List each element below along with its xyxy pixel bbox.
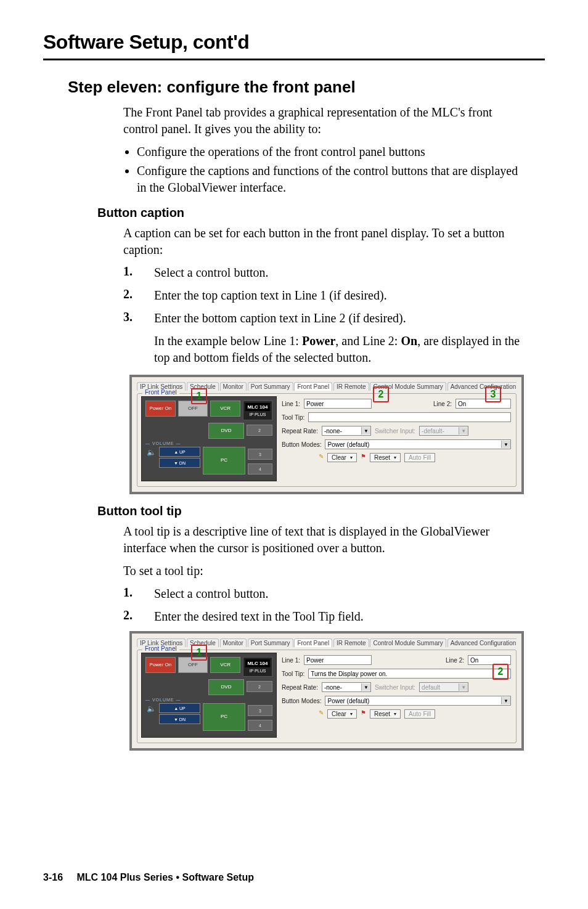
button-properties-panel: Line 1: Line 2: Tool Tip: Repeat Rate: — [280, 653, 512, 738]
reset-button[interactable]: Reset — [370, 453, 401, 462]
callout-2: 2 — [373, 386, 389, 402]
tab[interactable]: Advanced Configuration — [447, 638, 517, 647]
autofill-button: Auto Fill — [404, 453, 435, 462]
device-vcr-button[interactable]: VCR — [210, 657, 240, 673]
clear-button[interactable]: Clear — [327, 453, 357, 462]
volume-down-button[interactable]: ▼ DN — [159, 458, 200, 468]
device-pc-button[interactable]: PC — [203, 703, 245, 731]
step-number: 1. — [123, 585, 154, 602]
device-power-on-button[interactable]: Power On — [145, 657, 176, 673]
reset-button[interactable]: Reset — [370, 709, 401, 719]
repeat-rate-combo[interactable]: -none-▼ — [322, 426, 371, 436]
callout-1: 1 — [191, 645, 207, 661]
repeat-rate-label: Repeat Rate: — [282, 428, 318, 434]
tab[interactable]: Port Summary — [248, 382, 293, 391]
tooltip-input[interactable] — [308, 669, 511, 679]
repeat-rate-combo[interactable]: -none-▼ — [322, 682, 371, 692]
front-panel-group: Front Panel Power On OFF VCR MLC 104 IP … — [137, 650, 517, 743]
switcher-input-label: Switcher Input: — [375, 684, 415, 691]
switcher-input-label: Switcher Input: — [375, 428, 415, 434]
wand-icon: ✎ — [319, 709, 324, 719]
line2-input[interactable] — [455, 399, 511, 409]
figure-front-panel-caption: IP Link Settings Schedule Monitor Port S… — [129, 375, 524, 494]
chevron-down-icon: ▼ — [501, 697, 510, 704]
step-text: Select a control button. — [154, 264, 545, 281]
line2-label: Line 2: — [433, 401, 452, 407]
group-label: Front Panel — [142, 389, 179, 396]
chevron-down-icon: ▼ — [361, 427, 370, 434]
device-dvd-button[interactable]: DVD — [208, 679, 244, 695]
volume-down-button[interactable]: ▼ DN — [159, 714, 200, 724]
page-footer: 3-16 MLC 104 Plus Series • Software Setu… — [43, 872, 254, 883]
figure-front-panel-tooltip: IP Link Settings Schedule Monitor Port S… — [129, 631, 524, 751]
chevron-down-icon: ▼ — [361, 683, 370, 691]
tab[interactable]: Port Summary — [248, 638, 293, 647]
line1-input[interactable] — [304, 399, 372, 409]
volume-up-button[interactable]: ▲ UP — [159, 447, 200, 457]
device-slot[interactable]: 4 — [248, 463, 272, 475]
repeat-rate-label: Repeat Rate: — [282, 684, 318, 691]
device-slot[interactable]: 2 — [247, 425, 272, 436]
line1-input[interactable] — [304, 655, 372, 665]
intro-bullet: Configure the captions and functions of … — [137, 163, 520, 196]
line1-label: Line 1: — [282, 657, 300, 664]
device-power-on-button[interactable]: Power On — [145, 401, 176, 417]
step-number: 1. — [123, 264, 154, 281]
switcher-input-combo: -default-▼ — [419, 426, 468, 436]
callout-1: 1 — [191, 388, 207, 404]
tab[interactable]: Monitor — [220, 382, 247, 391]
step-text: Enter the top caption text in Line 1 (if… — [154, 287, 545, 304]
tab[interactable]: IR Remote — [333, 638, 369, 647]
tab[interactable]: IR Remote — [333, 382, 369, 391]
chapter-title: Software Setup, cont'd — [43, 31, 545, 54]
tab[interactable]: Control Module Summary — [370, 638, 446, 647]
button-modes-label: Button Modes: — [282, 441, 321, 448]
intro-paragraph: The Front Panel tab provides a graphical… — [123, 104, 520, 137]
step-number: 2. — [123, 608, 154, 625]
reset-icon: ⚑ — [361, 709, 366, 719]
device-dvd-button[interactable]: DVD — [208, 423, 244, 439]
tab[interactable]: Advanced Configuration — [447, 382, 517, 391]
button-modes-combo[interactable]: Power (default)▼ — [325, 696, 511, 706]
volume-up-button[interactable]: ▲ UP — [159, 703, 200, 713]
device-slot[interactable]: 4 — [248, 720, 272, 731]
device-vcr-button[interactable]: VCR — [210, 401, 240, 417]
device-panel: Power On OFF VCR MLC 104 IP PLUS DVD — [141, 396, 277, 481]
caption-example-note: In the example below Line 1: Power, and … — [154, 333, 520, 366]
chevron-down-icon: ▼ — [459, 683, 468, 691]
tooltip-steps: 1.Select a control button. 2.Enter the d… — [123, 585, 545, 625]
line1-label: Line 1: — [282, 401, 300, 407]
caption-paragraph: A caption can be set for each button in … — [123, 225, 520, 258]
volume-label: — VOLUME — — [145, 441, 272, 446]
wand-icon: ✎ — [319, 453, 324, 462]
step-number: 3. — [123, 310, 154, 327]
subheading-button-caption: Button caption — [97, 206, 545, 220]
step-text: Enter the desired text in the Tool Tip f… — [154, 608, 545, 625]
device-slot[interactable]: 3 — [248, 705, 272, 716]
tab[interactable]: Monitor — [220, 638, 247, 647]
step-number: 2. — [123, 287, 154, 304]
button-modes-combo[interactable]: Power (default)▼ — [325, 439, 511, 449]
step-text: Select a control button. — [154, 585, 545, 602]
intro-bullet: Configure the operations of the front co… — [137, 144, 520, 160]
line2-label: Line 2: — [446, 657, 464, 664]
clear-button[interactable]: Clear — [327, 709, 357, 719]
reset-icon: ⚑ — [361, 453, 366, 462]
tab-front-panel[interactable]: Front Panel — [294, 382, 332, 391]
device-slot[interactable]: 3 — [248, 449, 272, 460]
tooltip-input[interactable] — [308, 412, 511, 422]
callout-3: 3 — [485, 386, 501, 402]
tooltip-paragraph: A tool tip is a descriptive line of text… — [123, 523, 520, 556]
step-text: Enter the bottom caption text in Line 2 … — [154, 310, 545, 327]
step-title: Step eleven: configure the front panel — [68, 78, 545, 97]
chevron-down-icon: ▼ — [501, 441, 510, 448]
autofill-button: Auto Fill — [404, 709, 435, 719]
callout-2: 2 — [492, 664, 508, 680]
device-pc-button[interactable]: PC — [203, 447, 245, 475]
page-number: 3-16 — [43, 872, 63, 883]
tooltip-label: Tool Tip: — [282, 414, 304, 421]
device-slot[interactable]: 2 — [247, 681, 272, 692]
tooltip-paragraph-2: To set a tool tip: — [123, 563, 520, 579]
tab-front-panel[interactable]: Front Panel — [294, 638, 332, 647]
caption-steps: 1.Select a control button. 2.Enter the t… — [123, 264, 545, 327]
